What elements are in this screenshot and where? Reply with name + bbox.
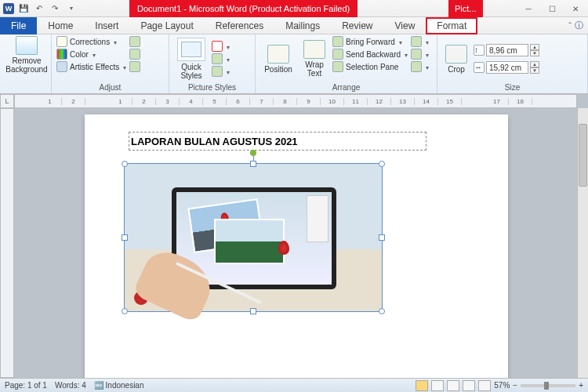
tab-format[interactable]: Format <box>426 17 477 34</box>
width-value[interactable]: 15,92 cm <box>486 61 528 74</box>
view-draft[interactable] <box>478 380 491 391</box>
page[interactable]: LAPORAN BULAN AGUSTUS 2021 <box>85 114 508 378</box>
position-icon <box>267 45 289 64</box>
resize-handle-l[interactable] <box>122 234 128 241</box>
ribbon-tabs: File Home Insert Page Layout References … <box>0 17 588 34</box>
horizontal-ruler[interactable]: 121234567891011121314151718 <box>14 94 577 108</box>
width-up[interactable]: ▲ <box>530 61 539 67</box>
height-input[interactable]: ↕ 8,96 cm ▲▼ <box>474 44 539 56</box>
resize-handle-tl[interactable] <box>122 161 128 167</box>
status-page[interactable]: Page: 1 of 1 <box>5 381 47 390</box>
maximize-button[interactable]: ☐ <box>543 2 561 15</box>
wrap-text-icon <box>303 40 325 59</box>
tab-insert[interactable]: Insert <box>84 17 129 34</box>
wrap-label: Wrap Text <box>305 60 324 78</box>
corrections-label: Corrections <box>70 38 110 46</box>
send-backward-label: Send Backward <box>346 50 401 59</box>
change-picture-icon[interactable] <box>129 49 140 60</box>
document-area: L 121234567891011121314151718 LAPORAN BU… <box>0 94 588 378</box>
crop-button[interactable]: Crop <box>442 45 470 74</box>
tab-references[interactable]: References <box>205 17 274 34</box>
resize-handle-bl[interactable] <box>122 308 128 314</box>
close-button[interactable]: ✕ <box>566 2 585 15</box>
document-viewport[interactable]: LAPORAN BULAN AGUSTUS 2021 <box>14 108 577 378</box>
tab-view[interactable]: View <box>384 17 426 34</box>
picture-border-icon[interactable] <box>212 41 223 52</box>
qat-customize-icon[interactable] <box>64 2 77 15</box>
zoom-in-button[interactable]: + <box>579 381 583 390</box>
height-down[interactable]: ▼ <box>530 50 539 56</box>
save-icon[interactable]: 💾 <box>17 2 30 15</box>
resize-handle-t[interactable] <box>250 161 256 167</box>
color-label: Color <box>70 50 89 59</box>
tab-mailings[interactable]: Mailings <box>274 17 331 34</box>
zoom-slider-thumb[interactable] <box>544 382 549 390</box>
resize-handle-r[interactable] <box>379 234 385 241</box>
width-icon: ↔ <box>474 62 485 73</box>
group-label-adjust: Adjust <box>56 82 164 92</box>
crop-icon <box>445 45 467 64</box>
vertical-ruler[interactable] <box>0 108 14 378</box>
height-icon: ↕ <box>474 45 485 56</box>
view-web-layout[interactable] <box>447 380 459 391</box>
help-icon[interactable]: ⓘ <box>575 20 583 31</box>
align-icon[interactable] <box>411 36 422 47</box>
remove-background-icon <box>16 36 38 55</box>
artistic-effects-button[interactable]: Artistic Effects <box>56 61 126 72</box>
word-icon: W <box>3 3 14 14</box>
send-backward-button[interactable]: Send Backward <box>332 49 408 60</box>
rotate-handle[interactable] <box>250 150 256 156</box>
minimize-ribbon-icon[interactable]: ˆ <box>568 21 572 31</box>
rotate-icon[interactable] <box>411 61 422 72</box>
minimize-button[interactable]: ─ <box>519 2 538 15</box>
view-full-screen[interactable] <box>431 380 444 391</box>
quick-styles-button[interactable]: Quick Styles <box>174 38 209 80</box>
undo-icon[interactable]: ↶ <box>33 2 45 15</box>
status-language[interactable]: 🔤 Indonesian <box>94 381 144 390</box>
view-outline[interactable] <box>463 380 475 391</box>
tab-file[interactable]: File <box>0 17 37 34</box>
picture-effects-icon[interactable] <box>212 53 223 64</box>
zoom-out-button[interactable]: − <box>513 381 517 390</box>
redo-icon[interactable]: ↷ <box>49 2 61 15</box>
selected-image[interactable] <box>124 163 383 312</box>
remove-background-label: Remove Background <box>5 56 47 74</box>
reset-picture-icon[interactable] <box>129 61 140 72</box>
picture-layout-icon[interactable] <box>212 66 223 77</box>
bring-forward-button[interactable]: Bring Forward <box>332 36 408 47</box>
height-up[interactable]: ▲ <box>530 44 539 50</box>
status-words[interactable]: Words: 4 <box>55 381 86 390</box>
selection-pane-label: Selection Pane <box>346 63 398 71</box>
remove-background-button[interactable]: Remove Background <box>5 36 49 74</box>
selection-pane-button[interactable]: Selection Pane <box>332 61 408 72</box>
wrap-text-button[interactable]: Wrap Text <box>299 36 329 82</box>
tab-home[interactable]: Home <box>37 17 84 34</box>
group-icon[interactable] <box>411 49 422 60</box>
compress-icon[interactable] <box>129 36 140 47</box>
tab-review[interactable]: Review <box>331 17 383 34</box>
quick-styles-label: Quick Styles <box>180 63 201 80</box>
group-label-background <box>5 91 46 92</box>
bring-forward-icon <box>332 36 343 47</box>
position-button[interactable]: Position <box>260 36 296 82</box>
height-value[interactable]: 8,96 cm <box>486 44 528 56</box>
scrollbar-thumb[interactable] <box>579 124 587 187</box>
window-title: Document1 - Microsoft Word (Product Acti… <box>129 0 358 17</box>
resize-handle-tr[interactable] <box>379 161 385 167</box>
corrections-button[interactable]: Corrections <box>56 36 126 47</box>
vertical-scrollbar[interactable] <box>577 108 588 378</box>
view-print-layout[interactable] <box>416 380 428 391</box>
width-down[interactable]: ▼ <box>530 67 539 74</box>
zoom-level[interactable]: 57% <box>494 381 510 390</box>
color-button[interactable]: Color <box>56 49 126 60</box>
resize-handle-br[interactable] <box>379 308 385 314</box>
zoom-slider[interactable] <box>521 384 575 387</box>
group-label-size: Size <box>442 82 583 92</box>
crop-label: Crop <box>448 65 465 74</box>
artistic-icon <box>56 61 67 72</box>
title-textbox[interactable]: LAPORAN BULAN AGUSTUS 2021 <box>129 132 426 151</box>
width-input[interactable]: ↔ 15,92 cm ▲▼ <box>474 61 539 74</box>
resize-handle-b[interactable] <box>250 308 256 314</box>
tab-page-layout[interactable]: Page Layout <box>129 17 204 34</box>
ruler-corner[interactable]: L <box>0 94 14 108</box>
